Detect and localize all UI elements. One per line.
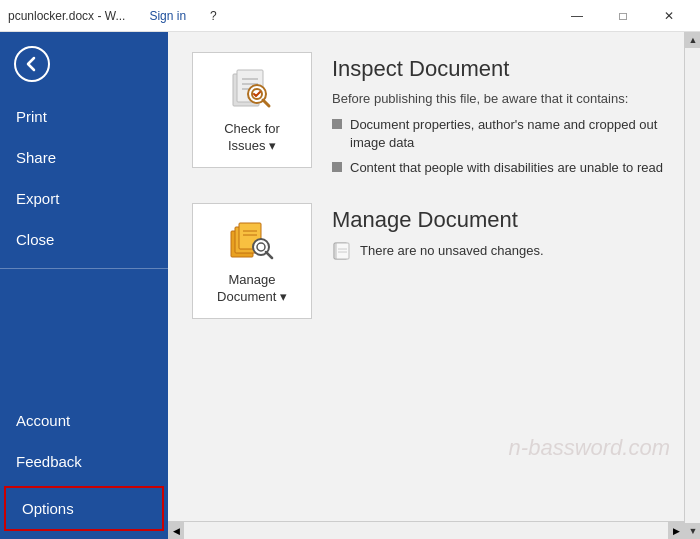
maximize-button[interactable]: □ [600, 0, 646, 32]
bullet-text-1: Document properties, author's name and c… [350, 116, 676, 152]
inspect-title: Inspect Document [332, 56, 676, 82]
title-bar: pcunlocker.docx - W... Sign in ? — □ ✕ [0, 0, 700, 32]
svg-line-15 [266, 252, 272, 258]
content-inner: n-bassword.com [168, 32, 700, 521]
app-container: Print Share Export Close Account Feedbac… [0, 32, 700, 539]
sidebar-item-close[interactable]: Close [0, 219, 168, 260]
manage-desc: There are no unsaved changes. [332, 241, 676, 261]
manage-document-icon [228, 216, 276, 264]
sidebar-nav: Print Share Export Close Account Feedbac… [0, 96, 168, 539]
check-issues-icon [228, 65, 276, 113]
sidebar-divider [0, 268, 168, 269]
sidebar-item-feedback[interactable]: Feedback [0, 441, 168, 482]
vertical-scrollbar[interactable]: ▲ ▼ [684, 32, 700, 539]
manage-info: Manage Document There are no unsaved cha… [332, 203, 676, 261]
signin-link[interactable]: Sign in [149, 9, 186, 23]
content-area: n-bassword.com [168, 32, 700, 539]
manage-document-label: ManageDocument ▾ [217, 272, 287, 306]
scroll-right-button[interactable]: ▶ [668, 522, 684, 540]
sidebar-bottom: Account Feedback Options [0, 400, 168, 535]
scroll-down-button[interactable]: ▼ [685, 523, 700, 539]
sidebar-item-print[interactable]: Print [0, 96, 168, 137]
sidebar-item-account[interactable]: Account [0, 400, 168, 441]
scroll-track [685, 48, 700, 523]
title-bar-text: pcunlocker.docx - W... Sign in ? [8, 9, 554, 23]
check-issues-button[interactable]: Check forIssues ▾ [192, 52, 312, 168]
bullet-text-2: Content that people with disabilities ar… [350, 159, 663, 177]
watermark: n-bassword.com [509, 435, 670, 461]
minimize-button[interactable]: — [554, 0, 600, 32]
inspect-bullets: Document properties, author's name and c… [332, 116, 676, 177]
manage-section: ManageDocument ▾ Manage Document There a… [192, 203, 676, 319]
manage-title: Manage Document [332, 207, 676, 233]
unsaved-icon [332, 241, 352, 261]
sidebar-item-share[interactable]: Share [0, 137, 168, 178]
title-bar-controls: — □ ✕ [554, 0, 692, 32]
help-btn[interactable]: ? [210, 9, 217, 23]
close-window-button[interactable]: ✕ [646, 0, 692, 32]
manage-document-button[interactable]: ManageDocument ▾ [192, 203, 312, 319]
bullet-square-1 [332, 119, 342, 129]
svg-line-7 [263, 100, 269, 106]
sidebar: Print Share Export Close Account Feedbac… [0, 32, 168, 539]
back-circle-icon [14, 46, 50, 82]
filename-label: pcunlocker.docx - W... [8, 9, 125, 23]
svg-rect-17 [336, 243, 349, 259]
bullet-item-1: Document properties, author's name and c… [332, 116, 676, 152]
scroll-left-button[interactable]: ◀ [168, 522, 184, 540]
back-button[interactable] [8, 40, 56, 88]
sidebar-item-options[interactable]: Options [4, 486, 164, 531]
inspect-document-icon [229, 66, 275, 112]
horizontal-scrollbar[interactable]: ◀ ▶ [168, 521, 700, 539]
scroll-up-button[interactable]: ▲ [685, 32, 700, 48]
inspect-info: Inspect Document Before publishing this … [332, 52, 676, 183]
manage-document-svg [229, 217, 275, 263]
check-issues-label: Check forIssues ▾ [224, 121, 280, 155]
sidebar-item-export[interactable]: Export [0, 178, 168, 219]
inspect-desc: Before publishing this file, be aware th… [332, 90, 676, 108]
inspect-section: Check forIssues ▾ Inspect Document Befor… [192, 52, 676, 183]
manage-desc-text: There are no unsaved changes. [360, 243, 544, 258]
bullet-item-2: Content that people with disabilities ar… [332, 159, 676, 177]
arrow-left-icon [23, 55, 41, 73]
bullet-square-2 [332, 162, 342, 172]
